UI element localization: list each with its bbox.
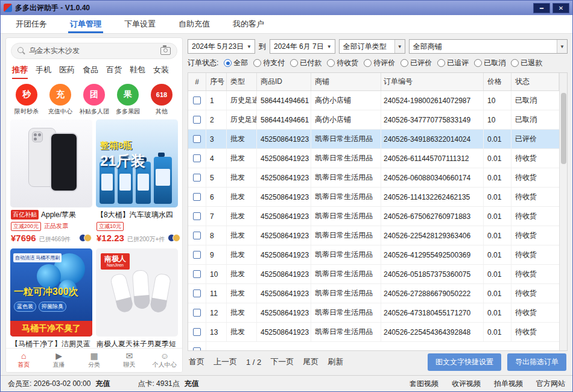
table-row[interactable]: 8批发452508641923凯蒂日常生活用品240526-2254281293… xyxy=(188,226,559,245)
status-radio-option[interactable]: 已付款 xyxy=(290,58,321,68)
first-page-link[interactable]: 首页 xyxy=(189,356,204,367)
bottom-nav-item[interactable]: ⌂首页 xyxy=(6,349,41,372)
category-tab[interactable]: 推荐 xyxy=(12,65,28,79)
bottom-nav-item[interactable]: ▶直播 xyxy=(41,349,76,372)
status-radio-option[interactable]: 已取消 xyxy=(474,58,505,68)
main-tab[interactable]: 订单管理 xyxy=(59,15,113,33)
search-input[interactable]: 乌金木实木沙发 xyxy=(29,46,160,56)
row-checkbox[interactable] xyxy=(193,251,201,259)
statusbar-link[interactable]: 官方网站 xyxy=(536,379,565,389)
row-checkbox[interactable] xyxy=(193,135,201,143)
table-scrollbar[interactable] xyxy=(559,73,567,350)
recharge-points-link[interactable]: 充值 xyxy=(185,379,199,389)
quick-entry-icon: 团 xyxy=(83,84,105,106)
date-to-select[interactable]: 2024年 6月 7日 ▼ xyxy=(270,39,335,54)
table-row[interactable]: 6批发452508641923凯蒂日常生活用品240526-1141322624… xyxy=(188,188,559,207)
close-button[interactable]: ✕ xyxy=(552,3,569,13)
order-type-select[interactable]: 全部订单类型 ▼ xyxy=(339,39,405,54)
table-cell: 8 xyxy=(206,226,227,245)
table-row[interactable]: 12批发452508641923凯蒂日常生活用品240526-473180455… xyxy=(188,303,559,323)
table-row[interactable]: 1历史足迹586441494661高仿小店铺240524-19800261407… xyxy=(188,91,559,110)
app-icon xyxy=(4,4,12,12)
main-tab[interactable]: 开团任务 xyxy=(4,15,59,33)
product-card[interactable]: 南极人 NanJiren 南极人夏天袜子男夏季短 xyxy=(96,248,178,349)
prev-page-link[interactable]: 上一页 xyxy=(214,356,237,367)
row-checkbox[interactable] xyxy=(193,154,201,162)
row-checkbox[interactable] xyxy=(193,232,201,239)
status-radio-option[interactable]: 已追评 xyxy=(437,58,469,68)
main-tab[interactable]: 自助充值 xyxy=(167,15,221,33)
category-tab[interactable]: 手机 xyxy=(36,65,51,79)
main-tab[interactable]: 我的客户 xyxy=(221,15,276,33)
statusbar-link[interactable]: 收评视频 xyxy=(452,379,481,389)
row-checkbox[interactable] xyxy=(193,193,201,201)
row-checkbox[interactable] xyxy=(193,328,201,336)
row-checkbox[interactable] xyxy=(193,270,201,278)
row-checkbox[interactable] xyxy=(193,347,201,350)
row-checkbox[interactable] xyxy=(193,289,201,297)
table-row[interactable]: 13批发452508641923凯蒂日常生活用品240526-225454364… xyxy=(188,323,559,342)
product-card[interactable]: 自动清洁 马桶不用刷 一粒可冲300次 蓝色装 抑菌除臭 马桶干净不臭了 【马桶… xyxy=(10,248,92,349)
bottom-nav-item[interactable]: ✉聊天 xyxy=(112,349,147,372)
export-orders-button[interactable]: 导出筛选订单 xyxy=(507,353,566,371)
next-page-link[interactable]: 下一页 xyxy=(270,356,294,367)
status-radio-option[interactable]: 已退款 xyxy=(511,58,542,68)
recharge-membership-link[interactable]: 充值 xyxy=(95,379,110,389)
row-checkbox[interactable] xyxy=(193,212,201,220)
minimize-button[interactable]: ━ xyxy=(533,3,550,13)
table-cell: 240526-272886679050222 xyxy=(381,284,484,303)
table-row[interactable]: 4批发452508641923凯蒂日常生活用品240526-6114457071… xyxy=(188,149,559,168)
bottom-nav-item[interactable]: ▦分类 xyxy=(77,349,112,372)
category-tab[interactable]: 医药 xyxy=(59,65,75,79)
camera-icon[interactable] xyxy=(160,47,171,55)
bottom-nav-label: 首页 xyxy=(6,361,41,369)
table-row[interactable]: 7批发452508641923凯蒂日常生活用品240526-6750627609… xyxy=(188,207,559,226)
quick-entry[interactable]: 充充值中心 xyxy=(45,84,76,116)
quick-text-settings-button[interactable]: 图文文字快捷设置 xyxy=(428,353,501,371)
category-tab[interactable]: 百货 xyxy=(106,65,122,79)
refresh-link[interactable]: 刷新 xyxy=(328,356,343,367)
row-checkbox[interactable] xyxy=(193,309,201,317)
status-radio-option[interactable]: 已评价 xyxy=(400,58,432,68)
status-radio-option[interactable]: 全部 xyxy=(224,58,248,68)
last-page-link[interactable]: 尾页 xyxy=(303,356,318,367)
quick-entry[interactable]: 果多多果园 xyxy=(112,84,144,116)
shop-search-bar[interactable]: 乌金木实木沙发 xyxy=(11,43,177,59)
date-from-select[interactable]: 2024年 5月23日 ▼ xyxy=(188,39,255,54)
table-cell: 240526-225428129363406 xyxy=(381,226,484,245)
table-cell: 已评价 xyxy=(511,130,559,148)
category-tab[interactable]: 女装 xyxy=(153,65,169,79)
category-tab[interactable]: 食品 xyxy=(83,65,98,79)
quick-entry[interactable]: 秒限时秒杀 xyxy=(11,84,42,116)
table-row[interactable] xyxy=(188,342,559,350)
statusbar-link[interactable]: 套图视频 xyxy=(410,379,438,389)
status-radio-option[interactable]: 待收货 xyxy=(327,58,358,68)
quick-entry[interactable]: 团补贴多人团 xyxy=(78,84,110,116)
table-cell: 3 xyxy=(206,130,227,148)
row-checkbox[interactable] xyxy=(193,174,201,182)
table-row[interactable]: 11批发452508641923凯蒂日常生活用品240526-272886679… xyxy=(188,284,559,303)
table-row[interactable]: 9批发452508641923凯蒂日常生活用品240526-4129554925… xyxy=(188,245,559,265)
quick-entry-label: 限时秒杀 xyxy=(11,107,42,116)
row-checkbox[interactable] xyxy=(193,96,201,104)
table-row[interactable]: 3批发452508641923凯蒂日常生活用品240526-3491863220… xyxy=(188,130,559,149)
product-card[interactable]: 百亿补贴 Apple/苹果 立减200元 正品发票 ¥7696 已拼4669件 xyxy=(10,119,92,244)
status-radio-option[interactable]: 待支付 xyxy=(253,58,285,68)
table-cell: 586441494661 xyxy=(257,110,311,129)
table-row[interactable]: 5批发452508641923凯蒂日常生活用品240526-0608803406… xyxy=(188,168,559,188)
bottom-nav-item[interactable]: ☺个人中心 xyxy=(147,349,182,372)
main-tab-bar: 开团任务订单管理下单设置自助充值我的客户 xyxy=(1,15,572,34)
table-cell: 7 xyxy=(206,207,227,226)
table-row[interactable]: 2历史足迹586441494661高仿小店铺240526-34777077583… xyxy=(188,110,559,130)
table-cell: 凯蒂日常生活用品 xyxy=(311,245,381,264)
main-tab[interactable]: 下单设置 xyxy=(113,15,167,33)
scrollbar-thumb[interactable] xyxy=(561,93,566,164)
row-checkbox[interactable] xyxy=(193,116,201,124)
product-card[interactable]: 整箱8瓶 21斤装 【8大桶】汽车玻璃水四 立减10元 ¥12.23 已拼200… xyxy=(96,119,178,244)
table-row[interactable]: 10批发452508641923凯蒂日常生活用品240526-051857375… xyxy=(188,265,559,284)
status-radio-option[interactable]: 待评价 xyxy=(364,58,395,68)
shop-select[interactable]: 全部商铺 ▼ xyxy=(409,39,568,54)
category-tab[interactable]: 鞋包 xyxy=(130,65,145,79)
quick-entry[interactable]: 618其他 xyxy=(146,84,177,116)
statusbar-link[interactable]: 拍单视频 xyxy=(494,379,523,389)
